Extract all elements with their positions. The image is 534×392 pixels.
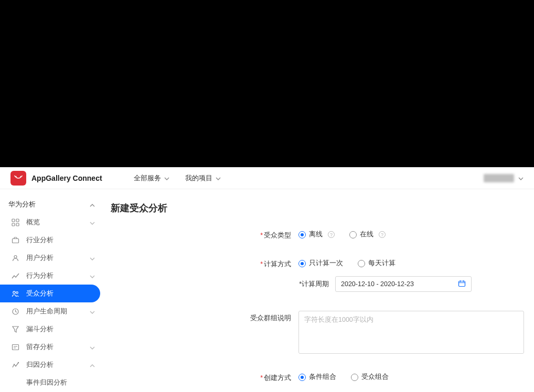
sidebar-item-label: 行为分析 bbox=[26, 271, 54, 280]
sidebar-item-label: 用户生命周期 bbox=[26, 307, 67, 316]
sidebar-item-funnel[interactable]: 漏斗分析 bbox=[0, 320, 103, 338]
chevron-down-icon bbox=[164, 174, 169, 182]
radio-label: 每天计算 bbox=[368, 259, 396, 268]
black-banner bbox=[0, 0, 534, 167]
radio-icon bbox=[349, 231, 357, 238]
radio-icon bbox=[351, 374, 358, 381]
lifecycle-icon bbox=[10, 307, 20, 316]
sidebar-group-label: 华为分析 bbox=[8, 200, 36, 209]
svg-point-1 bbox=[20, 176, 21, 177]
label-calc-period: *计算周期 bbox=[298, 280, 335, 289]
sidebar-item-label: 行业分析 bbox=[26, 235, 54, 245]
user-icon bbox=[10, 253, 20, 263]
sidebar-item-label: 概览 bbox=[26, 217, 40, 227]
date-range-input[interactable]: 2020-12-10 - 2020-12-23 bbox=[335, 276, 472, 292]
nav-my-projects[interactable]: 我的项目 bbox=[185, 173, 221, 183]
svg-rect-5 bbox=[16, 223, 19, 226]
radio-icon bbox=[298, 374, 306, 381]
calendar-icon bbox=[458, 280, 466, 289]
row-create-method: *创建方式 条件组合 受众组合 bbox=[103, 373, 534, 383]
main-content: 新建受众分析 *受众类型 离线 ? 在线 ? *计算方式 bbox=[103, 189, 534, 391]
label-description: 受众群组说明 bbox=[103, 311, 298, 323]
sidebar-item-industry[interactable]: 行业分析 bbox=[0, 231, 103, 249]
chevron-down-icon bbox=[216, 174, 221, 182]
user-name-blurred bbox=[484, 174, 514, 182]
retention-icon bbox=[10, 342, 20, 352]
chevron-down-icon bbox=[518, 174, 524, 182]
sidebar-item-label: 漏斗分析 bbox=[26, 324, 54, 334]
svg-point-7 bbox=[14, 255, 17, 258]
help-icon[interactable]: ? bbox=[328, 231, 335, 238]
radio-label: 离线 bbox=[309, 230, 323, 239]
chevron-down-icon bbox=[90, 254, 95, 262]
svg-rect-4 bbox=[12, 223, 15, 226]
sidebar-item-audience[interactable]: 受众分析 bbox=[0, 285, 100, 302]
sidebar-item-label: 留存分析 bbox=[26, 342, 54, 352]
sidebar-group-huawei-analytics[interactable]: 华为分析 bbox=[0, 195, 103, 213]
svg-rect-6 bbox=[12, 238, 18, 243]
label-audience-type: *受众类型 bbox=[103, 230, 298, 240]
radio-calc-daily[interactable]: 每天计算 bbox=[358, 259, 396, 268]
textarea-placeholder: 字符长度在1000字以内 bbox=[304, 316, 373, 323]
sidebar-item-behavior[interactable]: 行为分析 bbox=[0, 267, 103, 285]
row-audience-type: *受众类型 离线 ? 在线 ? bbox=[103, 230, 534, 240]
sidebar-item-label: 用户分析 bbox=[26, 253, 54, 263]
radio-online[interactable]: 在线 ? bbox=[349, 230, 386, 239]
svg-rect-3 bbox=[16, 219, 19, 222]
label-calc-method: *计算方式 bbox=[103, 259, 298, 269]
svg-rect-2 bbox=[12, 219, 15, 222]
nav-all-services[interactable]: 全部服务 bbox=[134, 173, 169, 183]
sidebar-item-retention[interactable]: 留存分析 bbox=[0, 338, 103, 356]
sidebar-item-overview[interactable]: 概览 bbox=[0, 213, 103, 231]
help-icon[interactable]: ? bbox=[379, 231, 386, 238]
radio-label: 只计算一次 bbox=[309, 259, 343, 268]
svg-point-9 bbox=[16, 291, 18, 293]
radio-offline[interactable]: 离线 ? bbox=[298, 230, 335, 239]
nav-all-services-label: 全部服务 bbox=[134, 173, 161, 183]
row-description: 受众群组说明 字符长度在1000字以内 bbox=[103, 311, 534, 354]
sidebar-item-lifecycle[interactable]: 用户生命周期 bbox=[0, 302, 103, 320]
chevron-up-icon bbox=[90, 361, 95, 369]
chevron-down-icon bbox=[90, 219, 95, 226]
chevron-down-icon bbox=[90, 343, 95, 351]
svg-rect-13 bbox=[459, 281, 465, 286]
sidebar: 华为分析 概览 行业分析 用户分析 行为分析 受众分析 bbox=[0, 189, 103, 391]
app-title: AppGallery Connect bbox=[31, 174, 102, 182]
radio-icon bbox=[358, 260, 365, 267]
sidebar-item-attribution[interactable]: 归因分析 bbox=[0, 356, 103, 374]
radio-condition-combo[interactable]: 条件组合 bbox=[298, 373, 336, 382]
row-calc-period: *计算周期 2020-12-10 - 2020-12-23 bbox=[103, 276, 534, 292]
page-title: 新建受众分析 bbox=[111, 202, 534, 230]
radio-audience-combo[interactable]: 受众组合 bbox=[351, 373, 389, 382]
radio-icon bbox=[298, 231, 306, 238]
radio-label: 受众组合 bbox=[361, 373, 389, 382]
chevron-down-icon bbox=[90, 272, 95, 280]
attribution-icon bbox=[10, 360, 20, 369]
sidebar-item-label: 受众分析 bbox=[26, 289, 54, 298]
huawei-logo-icon bbox=[10, 171, 26, 186]
svg-point-12 bbox=[17, 362, 18, 363]
label-create-method: *创建方式 bbox=[103, 373, 298, 383]
sidebar-subitem-event-attribution[interactable]: 事件归因分析 bbox=[0, 374, 103, 391]
nav-my-projects-label: 我的项目 bbox=[185, 173, 212, 183]
chevron-down-icon bbox=[90, 308, 95, 315]
sidebar-subitem-label: 事件归因分析 bbox=[26, 378, 67, 386]
svg-point-8 bbox=[13, 291, 15, 293]
row-calc-method: *计算方式 只计算一次 每天计算 bbox=[103, 259, 534, 269]
spacer-col bbox=[103, 276, 298, 279]
radio-calc-once[interactable]: 只计算一次 bbox=[298, 259, 343, 268]
sidebar-item-label: 归因分析 bbox=[26, 360, 54, 369]
grid-icon bbox=[10, 217, 20, 227]
radio-icon bbox=[298, 260, 306, 267]
svg-rect-11 bbox=[12, 344, 18, 350]
top-nav: AppGallery Connect 全部服务 我的项目 bbox=[0, 167, 534, 189]
chevron-up-icon bbox=[90, 201, 95, 209]
description-textarea[interactable]: 字符长度在1000字以内 bbox=[298, 311, 524, 354]
users-icon bbox=[10, 289, 20, 298]
user-menu[interactable] bbox=[484, 174, 524, 182]
chart-line-icon bbox=[10, 271, 20, 280]
sidebar-item-user[interactable]: 用户分析 bbox=[0, 249, 103, 267]
radio-label: 在线 bbox=[360, 230, 373, 239]
date-range-value: 2020-12-10 - 2020-12-23 bbox=[341, 280, 414, 288]
radio-label: 条件组合 bbox=[309, 373, 336, 382]
